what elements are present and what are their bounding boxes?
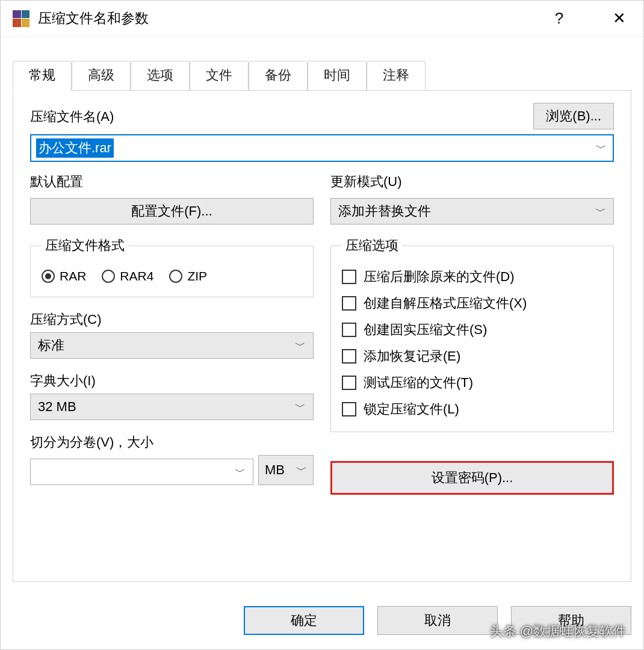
dialog-window: 压缩文件名和参数 ? ✕ 常规 高级 选项 文件 备份 时间 注释 压缩文件名(… xyxy=(0,0,644,650)
update-mode-value: 添加并替换文件 xyxy=(338,202,431,220)
chevron-down-icon: ﹀ xyxy=(295,338,306,353)
cancel-button[interactable]: 取消 xyxy=(377,606,498,635)
split-unit-value: MB xyxy=(265,462,285,478)
check-test[interactable]: 测试压缩的文件(T) xyxy=(342,374,602,392)
check-solid[interactable]: 创建固实压缩文件(S) xyxy=(342,321,602,339)
tab-backup[interactable]: 备份 xyxy=(249,61,308,91)
ok-button[interactable]: 确定 xyxy=(244,606,364,635)
tab-bar: 常规 高级 选项 文件 备份 时间 注释 xyxy=(13,61,631,90)
browse-button[interactable]: 浏览(B)... xyxy=(533,103,614,129)
set-password-button[interactable]: 设置密码(P)... xyxy=(330,461,614,495)
default-profile-label: 默认配置 xyxy=(30,173,314,191)
chevron-down-icon: ﹀ xyxy=(235,465,246,479)
options-group: 压缩选项 压缩后删除原来的文件(D) 创建自解压格式压缩文件(X) xyxy=(330,237,614,432)
checkbox-icon xyxy=(342,402,356,416)
tab-comment[interactable]: 注释 xyxy=(367,61,426,91)
help-icon[interactable]: ? xyxy=(547,9,571,28)
tab-general[interactable]: 常规 xyxy=(13,61,72,91)
check-lock[interactable]: 锁定压缩文件(L) xyxy=(342,400,602,418)
update-mode-label: 更新模式(U) xyxy=(330,173,614,191)
profile-button[interactable]: 配置文件(F)... xyxy=(30,198,314,224)
tab-page-general: 压缩文件名(A) 浏览(B)... 办公文件.rar ﹀ 默认配置 配置文件(F… xyxy=(13,90,631,582)
close-icon[interactable]: ✕ xyxy=(607,9,631,28)
chevron-down-icon: ﹀ xyxy=(595,204,606,218)
format-group-label: 压缩文件格式 xyxy=(42,237,128,255)
format-group: 压缩文件格式 RAR RAR4 xyxy=(30,237,314,297)
archive-name-label: 压缩文件名(A) xyxy=(30,108,114,126)
dict-select[interactable]: 32 MB ﹀ xyxy=(30,394,314,420)
window-title: 压缩文件名和参数 xyxy=(38,9,547,28)
radio-rar4[interactable]: RAR4 xyxy=(102,269,153,283)
tab-advanced[interactable]: 高级 xyxy=(72,61,131,91)
check-delete-after[interactable]: 压缩后删除原来的文件(D) xyxy=(342,268,602,286)
radio-rar[interactable]: RAR xyxy=(42,269,86,283)
radio-icon xyxy=(42,270,55,283)
checkbox-icon xyxy=(342,349,356,364)
options-group-label: 压缩选项 xyxy=(342,237,402,255)
update-mode-select[interactable]: 添加并替换文件 ﹀ xyxy=(330,198,614,224)
chevron-down-icon: ﹀ xyxy=(596,141,607,155)
help-button[interactable]: 帮助 xyxy=(511,606,631,635)
tab-options[interactable]: 选项 xyxy=(131,61,190,91)
archive-name-value: 办公文件.rar xyxy=(36,138,114,158)
chevron-down-icon: ﹀ xyxy=(295,400,306,414)
method-select[interactable]: 标准 ﹀ xyxy=(30,332,314,359)
split-unit-select[interactable]: MB ﹀ xyxy=(258,455,314,485)
method-label: 压缩方式(C) xyxy=(30,311,314,329)
checkbox-icon xyxy=(342,376,356,390)
chevron-down-icon: ﹀ xyxy=(296,463,307,477)
checkbox-icon xyxy=(342,296,356,311)
checkbox-icon xyxy=(342,270,356,284)
dict-value: 32 MB xyxy=(38,399,76,415)
winrar-icon xyxy=(13,10,29,27)
radio-icon xyxy=(102,270,115,283)
tab-time[interactable]: 时间 xyxy=(308,61,367,91)
titlebar: 压缩文件名和参数 ? ✕ xyxy=(1,1,643,37)
archive-name-input[interactable]: 办公文件.rar ﹀ xyxy=(30,134,614,162)
radio-zip[interactable]: ZIP xyxy=(169,269,207,283)
split-label: 切分为分卷(V)，大小 xyxy=(30,433,314,451)
method-value: 标准 xyxy=(38,336,64,354)
split-size-input[interactable]: ﹀ xyxy=(30,459,253,485)
tab-files[interactable]: 文件 xyxy=(190,61,249,91)
dialog-footer: 确定 取消 帮助 xyxy=(1,594,643,649)
checkbox-icon xyxy=(342,323,356,337)
check-recovery[interactable]: 添加恢复记录(E) xyxy=(342,347,602,365)
dict-label: 字典大小(I) xyxy=(30,372,314,390)
radio-icon xyxy=(169,270,182,283)
check-sfx[interactable]: 创建自解压格式压缩文件(X) xyxy=(342,294,602,312)
